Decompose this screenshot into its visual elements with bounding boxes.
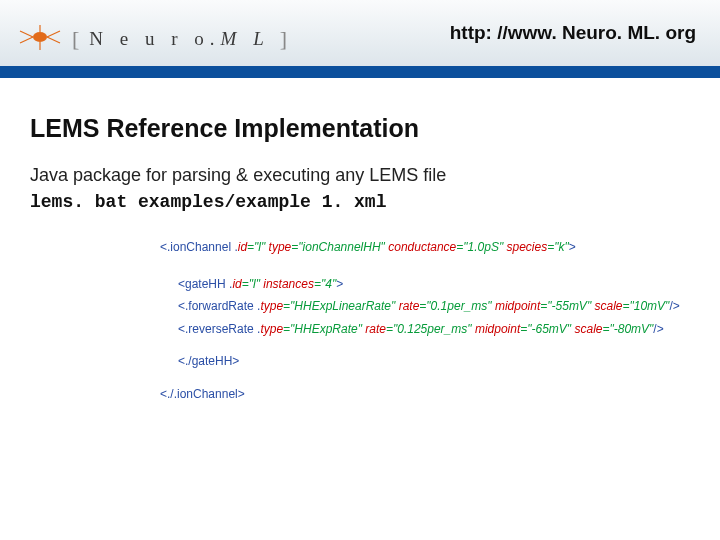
xml-attr-name: species	[503, 240, 547, 254]
bracket-open-icon: [	[72, 26, 79, 52]
xml-attr-name: conductance	[385, 240, 456, 254]
xml-attr-value: ="l"	[247, 240, 265, 254]
xml-attr-name: rate	[362, 322, 386, 336]
xml-tag: >	[336, 277, 343, 291]
xml-attr-name: type	[265, 240, 291, 254]
command-line: lems. bat examples/example 1. xml	[30, 192, 690, 212]
xml-tag: <.forwardRate .	[178, 299, 260, 313]
code-line-3: <.forwardRate .type="HHExpLinearRate" ra…	[178, 297, 690, 316]
xml-tag: <.reverseRate .	[178, 322, 260, 336]
xml-attr-name: midpoint	[492, 299, 541, 313]
xml-attr-value: ="-55mV"	[540, 299, 591, 313]
code-block: <.ionChannel .id="l" type="ionChannelHH"…	[160, 238, 690, 404]
xml-attr-name: instances	[260, 277, 314, 291]
xml-attr-value: ="ionChannelHH"	[291, 240, 385, 254]
xml-tag: <gateHH .	[178, 277, 232, 291]
xml-tag: />	[669, 299, 679, 313]
xml-attr-name: scale	[571, 322, 602, 336]
slide: [ N e u r o.M L ] http: //www. Neuro. ML…	[0, 0, 720, 540]
logo-text-ml: M L	[221, 28, 270, 49]
logo: [ N e u r o.M L ]	[18, 23, 287, 55]
xml-attr-value: ="10mV"	[623, 299, 670, 313]
code-line-5: <./gateHH>	[178, 352, 690, 371]
xml-attr-value: ="-65mV"	[520, 322, 571, 336]
header-bar: [ N e u r o.M L ] http: //www. Neuro. ML…	[0, 0, 720, 78]
xml-attr-name: type	[260, 322, 283, 336]
xml-tag: />	[653, 322, 663, 336]
xml-attr-name: scale	[591, 299, 622, 313]
svg-point-0	[33, 32, 47, 42]
xml-attr-value: ="l"	[242, 277, 260, 291]
neuron-icon	[18, 23, 62, 55]
code-line-6: <./.ionChannel>	[160, 385, 690, 404]
logo-text-neuro: N e u r o.	[89, 28, 220, 49]
subtitle: Java package for parsing & executing any…	[30, 165, 690, 186]
code-line-4: <.reverseRate .type="HHExpRate" rate="0.…	[178, 320, 690, 339]
xml-tag: <.ionChannel .	[160, 240, 238, 254]
xml-attr-name: midpoint	[472, 322, 521, 336]
xml-attr-name: rate	[395, 299, 419, 313]
header-rule	[0, 66, 720, 78]
xml-attr-value: ="4"	[314, 277, 336, 291]
xml-attr-value: ="k"	[547, 240, 569, 254]
bracket-close-icon: ]	[280, 26, 287, 52]
header-url: http: //www. Neuro. ML. org	[450, 22, 696, 44]
xml-attr-value: ="HHExpLinearRate"	[283, 299, 395, 313]
xml-tag: >	[569, 240, 576, 254]
slide-body: LEMS Reference Implementation Java packa…	[0, 78, 720, 404]
xml-attr-value: ="0.125per_ms"	[386, 322, 472, 336]
xml-attr-name: type	[260, 299, 283, 313]
logo-text: N e u r o.M L	[89, 28, 269, 50]
page-title: LEMS Reference Implementation	[30, 114, 690, 143]
xml-attr-value: ="1.0pS"	[456, 240, 503, 254]
code-line-1: <.ionChannel .id="l" type="ionChannelHH"…	[160, 238, 690, 257]
code-line-2: <gateHH .id="l" instances="4">	[178, 275, 690, 294]
xml-attr-value: ="-80mV"	[602, 322, 653, 336]
xml-attr-name: id	[232, 277, 241, 291]
xml-attr-value: ="HHExpRate"	[283, 322, 362, 336]
xml-attr-name: id	[238, 240, 247, 254]
xml-tag: <./gateHH>	[178, 354, 239, 368]
xml-tag: <./.ionChannel>	[160, 387, 245, 401]
xml-attr-value: ="0.1per_ms"	[419, 299, 491, 313]
